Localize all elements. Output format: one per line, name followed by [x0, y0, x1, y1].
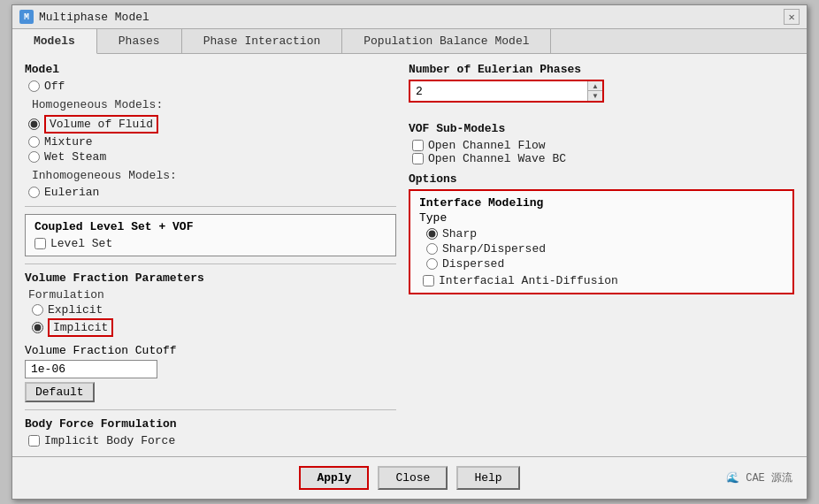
open-channel-flow-item: Open Channel Flow	[412, 139, 794, 152]
implicit-radio[interactable]	[32, 322, 43, 333]
tab-phases[interactable]: Phases	[97, 29, 182, 53]
eulerian-phases-title: Number of Eulerian Phases	[409, 63, 794, 76]
off-label: Off	[44, 80, 65, 93]
dispersed-radio[interactable]	[426, 258, 438, 270]
explicit-radio-item: Explicit	[32, 303, 396, 317]
sharp-dispersed-radio[interactable]	[426, 243, 438, 255]
vf-cutoff-input[interactable]	[25, 360, 157, 378]
options-title: Options	[409, 172, 794, 186]
divider-1	[25, 206, 396, 207]
implicit-body-force-label: Implicit Body Force	[44, 434, 175, 447]
open-channel-wave-item: Open Channel Wave BC	[412, 152, 794, 165]
vfp-title: Volume Fraction Parameters	[25, 271, 396, 285]
vof-submodels-section: VOF Sub-Models Open Channel Flow Open Ch…	[409, 122, 794, 165]
close-window-button[interactable]: ✕	[784, 9, 800, 25]
dispersed-radio-item: Dispersed	[426, 257, 784, 271]
sharp-radio-item: Sharp	[426, 227, 784, 241]
model-radio-group: Off Homogeneous Models: Volume of Fluid …	[25, 80, 396, 199]
wet-steam-radio-item: Wet Steam	[28, 150, 396, 164]
vfp-section: Volume Fraction Parameters Formulation E…	[25, 271, 396, 402]
explicit-label: Explicit	[48, 303, 103, 317]
model-section: Model Off Homogeneous Models: Volume of …	[25, 63, 396, 199]
level-set-checkbox-item: Level Set	[34, 237, 387, 250]
body-force-title: Body Force Formulation	[25, 417, 396, 431]
interface-type-radio-group: Sharp Sharp/Dispersed Dispersed	[419, 227, 784, 271]
formulation-label: Formulation	[25, 288, 396, 302]
off-radio-item: Off	[28, 80, 396, 93]
eulerian-phases-spinbox: ▲ ▼	[409, 80, 604, 103]
mixture-label: Mixture	[44, 135, 93, 149]
default-button[interactable]: Default	[25, 382, 95, 402]
divider-2	[25, 263, 396, 264]
sharp-radio[interactable]	[426, 228, 438, 240]
interface-modeling-title: Interface Modeling	[419, 196, 784, 210]
off-radio[interactable]	[28, 80, 40, 92]
sharp-dispersed-radio-item: Sharp/Dispersed	[426, 242, 784, 256]
interfacial-anti-diffusion-checkbox[interactable]	[423, 275, 434, 286]
vf-cutoff-label: Volume Fraction Cutoff	[25, 344, 396, 357]
open-channel-flow-checkbox[interactable]	[412, 140, 424, 151]
vof-submodels-title: VOF Sub-Models	[409, 122, 794, 135]
tab-population-balance[interactable]: Population Balance Model	[342, 29, 551, 53]
open-channel-wave-label: Open Channel Wave BC	[428, 152, 566, 165]
sharp-label: Sharp	[442, 227, 477, 241]
right-panel: Number of Eulerian Phases ▲ ▼ VOF Sub-Mo…	[409, 63, 794, 447]
app-icon: M	[19, 10, 34, 24]
wet-steam-radio[interactable]	[28, 151, 40, 163]
sharp-dispersed-label: Sharp/Dispersed	[442, 242, 546, 256]
window-title: Multiphase Model	[39, 11, 149, 24]
inhomogeneous-label: Inhomogeneous Models:	[28, 169, 396, 182]
implicit-radio-item: Implicit	[32, 318, 396, 337]
level-set-label: Level Set	[50, 237, 112, 250]
brand-icon: 🌊	[726, 472, 746, 485]
tab-models[interactable]: Models	[12, 29, 97, 54]
homogeneous-label: Homogeneous Models:	[28, 98, 396, 111]
mixture-radio[interactable]	[28, 136, 40, 148]
eulerian-radio-item: Eulerian	[28, 186, 396, 199]
dispersed-label: Dispersed	[442, 257, 504, 271]
title-bar: M Multiphase Model ✕	[12, 5, 807, 29]
apply-button[interactable]: Apply	[299, 466, 369, 490]
open-channel-flow-label: Open Channel Flow	[428, 139, 546, 152]
left-panel: Model Off Homogeneous Models: Volume of …	[25, 63, 396, 447]
vof-radio-item: Volume of Fluid	[28, 115, 396, 134]
tab-phase-interaction[interactable]: Phase Interaction	[182, 29, 343, 53]
tab-bar: Models Phases Phase Interaction Populati…	[12, 29, 807, 54]
footer: Apply Close Help 🌊 CAE 源流	[12, 456, 807, 499]
eulerian-label: Eulerian	[44, 186, 99, 199]
vof-label: Volume of Fluid	[44, 115, 158, 134]
interface-modeling-box: Interface Modeling Type Sharp Sharp/Disp…	[409, 189, 794, 294]
vof-radio[interactable]	[28, 118, 40, 130]
level-set-checkbox[interactable]	[34, 238, 46, 249]
brand-label: 🌊 CAE 源流	[726, 470, 792, 485]
explicit-radio[interactable]	[32, 304, 43, 316]
close-button[interactable]: Close	[378, 466, 448, 490]
divider-3	[25, 409, 396, 410]
implicit-label: Implicit	[48, 318, 113, 337]
interfacial-anti-diffusion-label: Interfacial Anti-Diffusion	[439, 274, 618, 287]
main-content: Model Off Homogeneous Models: Volume of …	[12, 54, 807, 456]
options-section: Options Interface Modeling Type Sharp Sh…	[409, 172, 794, 294]
brand-text: CAE 源流	[746, 472, 792, 485]
type-label: Type	[419, 211, 784, 225]
coupled-level-set-section: Coupled Level Set + VOF Level Set	[25, 214, 396, 256]
interfacial-anti-diffusion-item: Interfacial Anti-Diffusion	[419, 274, 784, 287]
formulation-radio-group: Explicit Implicit	[25, 303, 396, 337]
help-button[interactable]: Help	[456, 466, 519, 490]
body-force-section: Body Force Formulation Implicit Body For…	[25, 417, 396, 447]
spin-down-button[interactable]: ▼	[588, 91, 602, 101]
open-channel-wave-checkbox[interactable]	[412, 153, 424, 164]
wet-steam-label: Wet Steam	[44, 150, 106, 164]
coupled-ls-title: Coupled Level Set + VOF	[34, 220, 387, 233]
spin-up-button[interactable]: ▲	[588, 81, 602, 91]
mixture-radio-item: Mixture	[28, 135, 396, 149]
eulerian-radio[interactable]	[28, 187, 40, 198]
model-section-title: Model	[25, 63, 396, 76]
eulerian-phases-input[interactable]	[410, 83, 587, 100]
implicit-body-force-checkbox[interactable]	[28, 435, 40, 447]
main-window: M Multiphase Model ✕ Models Phases Phase…	[11, 4, 808, 500]
